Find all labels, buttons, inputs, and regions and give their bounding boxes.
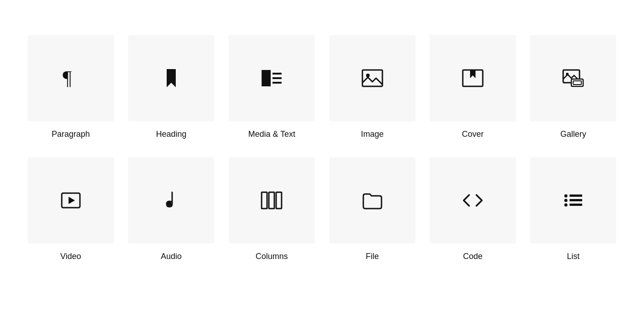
audio-icon	[159, 189, 183, 212]
list-label: List	[567, 252, 580, 261]
block-item-paragraph[interactable]: ¶ Paragraph	[27, 35, 114, 157]
block-item-image[interactable]: Image	[329, 35, 416, 157]
paragraph-icon: ¶	[59, 66, 83, 90]
code-label: Code	[463, 252, 482, 261]
list-icon	[561, 189, 585, 212]
svg-rect-14	[262, 192, 267, 209]
svg-rect-3	[272, 77, 282, 79]
block-item-gallery[interactable]: Gallery	[530, 35, 617, 157]
media-text-icon-box	[228, 35, 315, 121]
block-item-audio[interactable]: Audio	[128, 157, 214, 279]
columns-label: Columns	[256, 252, 288, 261]
image-icon-box	[329, 35, 416, 121]
block-item-video[interactable]: Video	[27, 157, 114, 279]
block-item-code[interactable]: Code	[429, 157, 516, 279]
block-item-heading[interactable]: Heading	[128, 35, 214, 157]
svg-rect-20	[570, 199, 582, 201]
svg-point-13	[167, 202, 172, 206]
svg-rect-18	[570, 194, 582, 197]
columns-icon	[260, 189, 283, 212]
block-item-cover[interactable]: Cover	[429, 35, 516, 157]
cover-label: Cover	[462, 130, 484, 139]
block-item-media-text[interactable]: Media & Text	[228, 35, 315, 157]
code-icon	[461, 189, 485, 212]
svg-rect-16	[276, 192, 282, 209]
heading-icon	[159, 66, 183, 90]
svg-point-21	[565, 203, 568, 206]
media-text-icon	[260, 66, 283, 90]
paragraph-label: Paragraph	[52, 130, 90, 139]
audio-label: Audio	[161, 252, 182, 261]
cover-icon	[461, 66, 485, 90]
svg-rect-2	[272, 73, 282, 75]
svg-rect-5	[362, 70, 382, 86]
heading-label: Heading	[156, 130, 186, 139]
block-item-list[interactable]: List	[530, 157, 617, 279]
block-item-columns[interactable]: Columns	[228, 157, 315, 279]
svg-text:¶: ¶	[63, 67, 72, 89]
cover-icon-box	[430, 35, 516, 121]
gallery-icon-box	[530, 35, 616, 121]
gallery-icon	[561, 66, 585, 90]
image-icon	[361, 66, 384, 90]
code-icon-box	[430, 157, 516, 244]
block-grid: ¶ Paragraph Heading Media & Text	[0, 17, 644, 298]
video-label: Video	[60, 252, 81, 261]
list-icon-box	[530, 157, 616, 244]
heading-icon-box	[128, 35, 214, 121]
paragraph-icon-box: ¶	[28, 35, 114, 121]
svg-rect-22	[570, 204, 582, 206]
media-text-label: Media & Text	[248, 130, 295, 139]
image-label: Image	[361, 130, 384, 139]
file-icon-box	[329, 157, 416, 244]
video-icon-box	[28, 157, 114, 244]
file-icon	[361, 189, 384, 212]
svg-point-19	[565, 199, 568, 202]
gallery-label: Gallery	[560, 130, 586, 139]
audio-icon-box	[128, 157, 214, 244]
svg-point-17	[565, 194, 568, 197]
columns-icon-box	[228, 157, 315, 244]
file-label: File	[366, 252, 379, 261]
video-icon	[59, 189, 83, 212]
block-item-file[interactable]: File	[329, 157, 416, 279]
svg-rect-15	[269, 192, 274, 209]
svg-rect-1	[262, 70, 271, 86]
svg-rect-4	[272, 82, 282, 84]
